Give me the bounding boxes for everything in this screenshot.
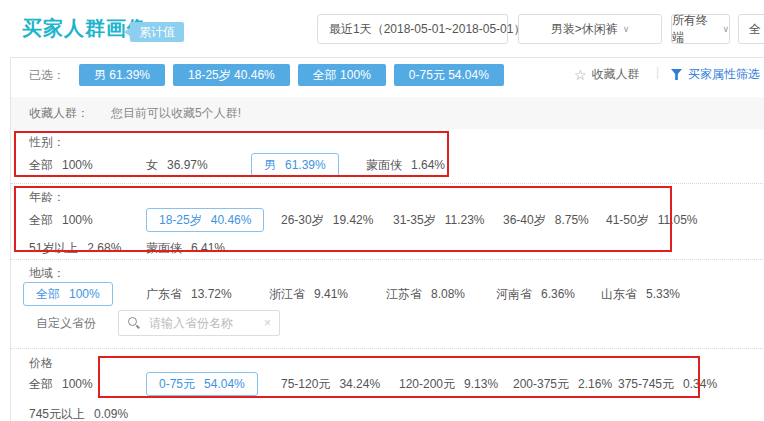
option-value: 5.33%	[646, 282, 680, 306]
gender-option-masked[interactable]: 蒙面侠 1.64%	[366, 153, 445, 177]
buyer-attribute-filter-button[interactable]: 买家属性筛选	[671, 66, 760, 83]
option-name: 120-200元	[399, 372, 455, 396]
region-option-henan[interactable]: 河南省 6.36%	[496, 282, 575, 306]
price-section-label: 价格	[29, 355, 53, 372]
gender-options-row: 全部 100% 女 36.97% 男 61.39% 蒙面侠 1.64%	[11, 153, 764, 179]
region-option-guangdong[interactable]: 广东省 13.72%	[146, 282, 232, 306]
option-name: 375-745元	[618, 372, 674, 396]
more-label: 全	[749, 21, 761, 38]
age-option-18-25-selected[interactable]: 18-25岁 40.46%	[146, 208, 264, 232]
region-option-all-selected[interactable]: 全部 100%	[23, 282, 113, 306]
custom-province-row: 自定义省份	[11, 308, 764, 338]
option-name: 51岁以上	[29, 236, 78, 260]
buyer-attribute-filter-label: 买家属性筛选	[688, 66, 760, 83]
option-value: 9.13%	[464, 372, 498, 396]
price-option-0-75-selected[interactable]: 0-75元 54.04%	[146, 372, 258, 396]
option-value: 100%	[62, 208, 93, 232]
option-value: 61.39%	[285, 154, 326, 176]
option-name: 广东省	[146, 282, 182, 306]
selected-chips: 男 61.39% 18-25岁 40.46% 全部 100% 0-75元 54.…	[79, 64, 504, 86]
region-options-row: 全部 100% 广东省 13.72% 浙江省 9.41% 江苏省 8.08% 河…	[11, 282, 764, 308]
age-option-51-plus[interactable]: 51岁以上 2.68%	[29, 236, 121, 260]
province-search-box[interactable]	[118, 310, 280, 336]
favorite-info-row: 收藏人群： 您目前可以收藏5个人群!	[11, 97, 764, 129]
region-option-jiangsu[interactable]: 江苏省 8.08%	[386, 282, 465, 306]
region-section-label: 地域：	[29, 265, 65, 282]
favorite-row-label: 收藏人群：	[29, 105, 89, 122]
option-name: 全部	[29, 372, 53, 396]
option-name: 蒙面侠	[146, 236, 182, 260]
option-name: 41-50岁	[606, 208, 649, 232]
option-value: 2.16%	[578, 372, 612, 396]
option-name: 全部	[29, 208, 53, 232]
age-option-31-35[interactable]: 31-35岁 11.23%	[393, 208, 485, 232]
region-option-zhejiang[interactable]: 浙江省 9.41%	[269, 282, 348, 306]
option-name: 745元以上	[29, 402, 85, 421]
option-value: 40.46%	[211, 209, 252, 231]
category-label: 男装>休闲裤	[551, 21, 618, 38]
gender-section-label: 性别：	[29, 134, 65, 151]
option-name: 26-30岁	[281, 208, 324, 232]
price-option-375-745[interactable]: 375-745元 0.34%	[618, 372, 717, 396]
option-name: 蒙面侠	[366, 153, 402, 177]
terminal-dropdown[interactable]: 所有终端	[671, 14, 730, 44]
option-name: 0-75元	[159, 373, 195, 395]
age-option-41-50[interactable]: 41-50岁 11.05%	[606, 208, 698, 232]
option-value: 0.09%	[94, 402, 128, 421]
option-name: 女	[146, 153, 158, 177]
price-options-row-2: 745元以上 0.09%	[11, 402, 764, 421]
chip-region[interactable]: 全部 100%	[298, 64, 386, 86]
option-value: 1.64%	[411, 153, 445, 177]
buyer-portrait-page: 买家人群画像 累计值 最近1天（2018-05-01~2018-05-01） 1…	[0, 0, 764, 421]
price-option-all[interactable]: 全部 100%	[29, 372, 93, 396]
custom-province-label: 自定义省份	[36, 315, 96, 332]
option-name: 18-25岁	[159, 209, 202, 231]
price-option-200-375[interactable]: 200-375元 2.16%	[513, 372, 612, 396]
date-range-picker[interactable]: 最近1天（2018-05-01~2018-05-01） 16	[317, 14, 508, 44]
favorite-crowd-button[interactable]: 收藏人群	[574, 66, 640, 83]
option-value: 8.08%	[431, 282, 465, 306]
option-name: 全部	[29, 153, 53, 177]
age-option-masked[interactable]: 蒙面侠 6.41%	[146, 236, 225, 260]
price-option-120-200[interactable]: 120-200元 9.13%	[399, 372, 498, 396]
option-name: 全部	[36, 283, 60, 305]
option-name: 200-375元	[513, 372, 569, 396]
terminal-label: 所有终端	[672, 12, 717, 46]
option-value: 100%	[69, 283, 100, 305]
age-option-26-30[interactable]: 26-30岁 19.42%	[281, 208, 373, 232]
option-value: 36.97%	[167, 153, 208, 177]
price-option-75-120[interactable]: 75-120元 34.24%	[281, 372, 380, 396]
region-option-shandong[interactable]: 山东省 5.33%	[601, 282, 680, 306]
age-section-label: 年龄：	[29, 189, 65, 206]
price-options-row-1: 全部 100% 0-75元 54.04% 75-120元 34.24% 120-…	[11, 372, 764, 398]
chip-age[interactable]: 18-25岁 40.46%	[173, 64, 290, 86]
price-option-745-plus[interactable]: 745元以上 0.09%	[29, 402, 128, 421]
option-name: 31-35岁	[393, 208, 436, 232]
option-name: 75-120元	[281, 372, 330, 396]
option-value: 54.04%	[204, 373, 245, 395]
option-value: 8.75%	[555, 208, 589, 232]
gender-option-all[interactable]: 全部 100%	[29, 153, 93, 177]
gender-option-female[interactable]: 女 36.97%	[146, 153, 208, 177]
clear-icon[interactable]	[264, 316, 271, 330]
category-dropdown[interactable]: 男装>休闲裤	[518, 14, 662, 44]
chip-gender[interactable]: 男 61.39%	[79, 64, 165, 86]
gender-option-male-selected[interactable]: 男 61.39%	[251, 153, 339, 177]
province-search-input[interactable]	[147, 315, 264, 331]
cumulative-badge: 累计值	[130, 22, 184, 42]
divider: |	[656, 65, 659, 79]
option-name: 河南省	[496, 282, 532, 306]
age-option-all[interactable]: 全部 100%	[29, 208, 93, 232]
section-divider	[11, 259, 764, 260]
option-value: 6.36%	[541, 282, 575, 306]
age-option-36-40[interactable]: 36-40岁 8.75%	[503, 208, 589, 232]
option-value: 100%	[62, 372, 93, 396]
chip-price[interactable]: 0-75元 54.04%	[394, 64, 504, 86]
date-range-text: 最近1天（2018-05-01~2018-05-01）	[318, 21, 525, 38]
funnel-icon	[671, 69, 682, 80]
option-name: 浙江省	[269, 282, 305, 306]
option-value: 34.24%	[339, 372, 380, 396]
more-dropdown[interactable]: 全	[738, 14, 764, 44]
star-icon	[574, 67, 587, 83]
option-name: 36-40岁	[503, 208, 546, 232]
